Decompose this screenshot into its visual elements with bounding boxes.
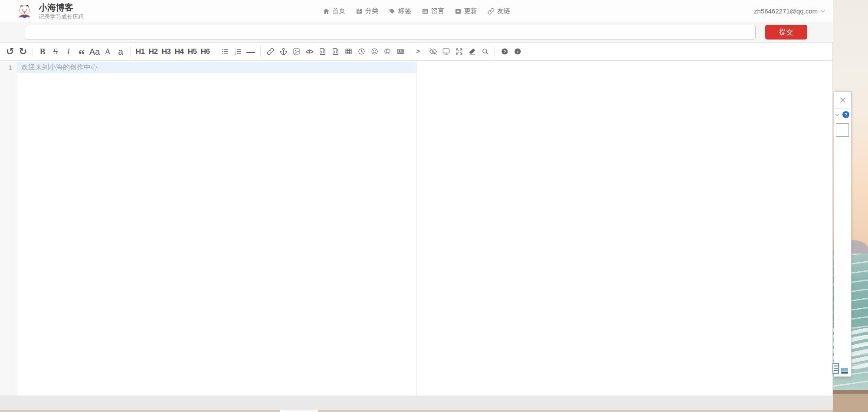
toolbar-emoji-button[interactable] xyxy=(368,45,381,58)
image-icon xyxy=(293,48,300,55)
toolbar-uppercase-button[interactable]: A xyxy=(101,45,114,58)
main-nav: 首页分类标签留言更新友链 xyxy=(323,0,510,22)
toolbar-preview-button[interactable] xyxy=(439,45,452,58)
editor-placeholder-text: 欢迎来到小海的创作中心 xyxy=(17,63,98,72)
toolbar-code-button[interactable]: </> xyxy=(303,45,316,58)
bold-icon: B xyxy=(40,47,46,56)
toolbar-fullscreen-button[interactable] xyxy=(452,45,465,58)
toolbar-quote-button[interactable]: “ xyxy=(75,45,88,58)
toolbar-list-ol-button[interactable]: 123 xyxy=(231,45,244,58)
nav-item-message[interactable]: 留言 xyxy=(422,7,444,15)
nav-item-tag[interactable]: 标签 xyxy=(389,7,411,15)
blog-title: 小海博客 xyxy=(39,3,84,12)
toolbar-bold-button[interactable]: B xyxy=(36,45,49,58)
close-button[interactable] xyxy=(834,92,851,108)
nav-item-friends[interactable]: 友链 xyxy=(488,7,510,15)
tag-icon xyxy=(389,8,396,15)
toolbar-clear-button[interactable] xyxy=(465,45,478,58)
strikethrough-icon: S xyxy=(53,47,58,56)
nav-item-home[interactable]: 首页 xyxy=(323,7,345,15)
toolbar-h5-button[interactable]: H5 xyxy=(186,45,199,58)
h4-icon: H4 xyxy=(175,48,184,55)
toolbar-watch-button[interactable] xyxy=(426,45,439,58)
toolbar-datetime-button[interactable] xyxy=(355,45,368,58)
pagebreak-icon xyxy=(397,48,404,55)
blog-logo-avatar xyxy=(16,4,33,20)
toolbar-anchor-button[interactable] xyxy=(277,45,290,58)
fullscreen-icon xyxy=(455,48,463,55)
list-ol-icon: 123 xyxy=(234,48,242,55)
toolbar-info-button[interactable]: i xyxy=(511,45,524,58)
svg-text:?: ? xyxy=(503,49,506,54)
nav-item-label: 更新 xyxy=(464,7,477,15)
active-line[interactable]: 欢迎来到小海的创作中心 xyxy=(17,62,416,73)
svg-text:i: i xyxy=(517,49,518,54)
nav-item-label: 友链 xyxy=(497,7,510,15)
blog-brand[interactable]: 小海博客 记录学习成长历程 xyxy=(16,3,84,21)
toolbar-h6-button[interactable]: H6 xyxy=(199,45,212,58)
toolbar-h1-button[interactable]: H1 xyxy=(134,45,147,58)
toolbar-link-button[interactable] xyxy=(264,45,277,58)
home-icon xyxy=(323,8,330,15)
help-badge[interactable]: ? xyxy=(842,111,849,118)
undo-icon: ↺ xyxy=(6,47,14,56)
ime-list-icon[interactable] xyxy=(832,363,839,374)
toolbar-lowercase-button[interactable]: a xyxy=(114,45,127,58)
toolbar-h3-button[interactable]: H3 xyxy=(160,45,173,58)
nav-item-update[interactable]: 更新 xyxy=(455,7,477,15)
toolbar-code-block-button[interactable] xyxy=(329,45,342,58)
taskbar-sliver-highlight xyxy=(280,410,318,412)
user-menu[interactable]: zh56462271@qq.com xyxy=(754,0,824,22)
line-number: 1 xyxy=(0,62,17,73)
post-title-input[interactable] xyxy=(25,25,756,40)
toolbar-separator xyxy=(260,46,261,57)
message-icon xyxy=(422,8,429,15)
svg-text:1: 1 xyxy=(234,49,236,51)
clipped-extension-popup: ? xyxy=(834,91,852,377)
italic-icon: I xyxy=(67,47,70,56)
nav-item-label: 首页 xyxy=(332,7,345,15)
submit-button[interactable]: 提交 xyxy=(765,25,807,40)
chevron-down-icon[interactable] xyxy=(835,112,839,115)
toolbar-html-entities-button[interactable]: © xyxy=(381,45,394,58)
toolbar-search-button[interactable] xyxy=(478,45,491,58)
top-navbar: 小海博客 记录学习成长历程 首页分类标签留言更新友链 zh56462271@qq… xyxy=(0,0,833,22)
toolbar-goto-line-button[interactable]: >_ xyxy=(413,45,426,58)
code-pane[interactable]: 欢迎来到小海的创作中心 xyxy=(17,61,416,396)
toolbar-strikethrough-button[interactable]: S xyxy=(49,45,62,58)
toolbar-table-button[interactable] xyxy=(342,45,355,58)
browser-content: 小海博客 记录学习成长历程 首页分类标签留言更新友链 zh56462271@qq… xyxy=(0,0,833,412)
toolbar-pagebreak-button[interactable] xyxy=(394,45,407,58)
toolbar-preformatted-text-button[interactable] xyxy=(316,45,329,58)
lowercase-icon: a xyxy=(118,47,123,56)
ime-image-icon[interactable] xyxy=(841,368,848,374)
emoji-icon xyxy=(371,48,378,55)
toolbar-separator xyxy=(215,46,215,57)
toolbar-ucwords-button[interactable]: Aa xyxy=(88,45,101,58)
code-block-icon xyxy=(332,48,339,55)
toolbar-image-button[interactable] xyxy=(290,45,303,58)
toolbar-undo-button[interactable]: ↺ xyxy=(3,45,16,58)
chain-link-icon xyxy=(488,8,495,15)
toolbar-redo-button[interactable]: ↻ xyxy=(16,45,29,58)
link-icon xyxy=(267,48,274,55)
toolbar-help-button[interactable]: ? xyxy=(498,45,511,58)
code-icon: </> xyxy=(305,49,313,55)
table-icon xyxy=(345,48,352,55)
toolbar-h4-button[interactable]: H4 xyxy=(173,45,186,58)
nav-item-category[interactable]: 分类 xyxy=(356,7,378,15)
toolbar-list-ul-button[interactable] xyxy=(218,45,231,58)
h3-icon: H3 xyxy=(162,48,171,55)
info-icon: i xyxy=(514,48,521,55)
close-icon xyxy=(839,97,846,103)
markdown-preview xyxy=(416,61,832,396)
nav-item-label: 标签 xyxy=(398,7,411,15)
toolbar-italic-button[interactable]: I xyxy=(62,45,75,58)
ucwords-icon: Aa xyxy=(89,47,100,56)
toolbar-h2-button[interactable]: H2 xyxy=(147,45,160,58)
toolbar-separator xyxy=(33,46,33,57)
preview-icon xyxy=(442,48,450,55)
watch-icon xyxy=(429,48,437,55)
toolbar-hr-button[interactable]: — xyxy=(244,45,257,58)
popup-input[interactable] xyxy=(836,123,849,137)
